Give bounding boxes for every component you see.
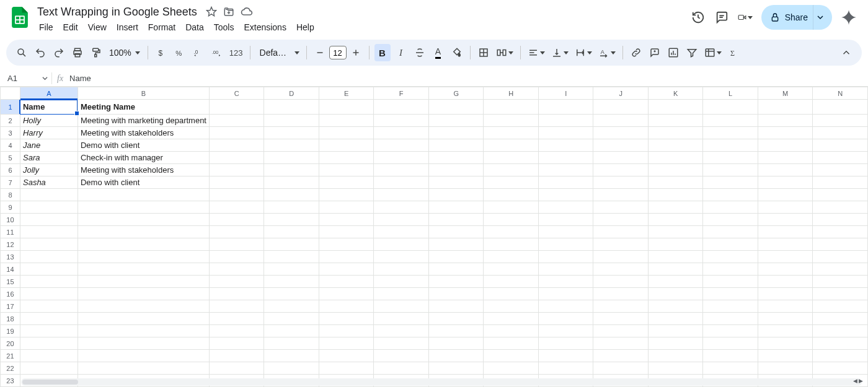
cell-G9[interactable]	[428, 201, 484, 214]
cell-B11[interactable]	[78, 226, 209, 238]
insert-chart-icon[interactable]	[665, 44, 681, 61]
cell-I12[interactable]	[538, 238, 593, 251]
cell-B20[interactable]	[78, 337, 209, 350]
cell-C22[interactable]	[209, 362, 264, 375]
cell-G5[interactable]	[428, 152, 484, 164]
cell-I17[interactable]	[538, 300, 593, 313]
vertical-align-button[interactable]	[549, 44, 570, 61]
cell-A17[interactable]	[20, 300, 78, 313]
cell-F14[interactable]	[374, 263, 428, 276]
italic-button[interactable]: I	[393, 44, 409, 61]
cell-K3[interactable]	[648, 127, 702, 139]
formula-value[interactable]: Name	[69, 74, 91, 83]
cell-J7[interactable]	[593, 176, 648, 189]
col-header-I[interactable]: I	[538, 87, 593, 100]
cell-K9[interactable]	[648, 201, 702, 214]
cell-C15[interactable]	[209, 276, 264, 288]
cell-A10[interactable]	[20, 214, 78, 226]
cell-I21[interactable]	[538, 350, 593, 362]
cell-I4[interactable]	[538, 139, 593, 152]
insert-comment-icon[interactable]	[647, 44, 663, 61]
cell-J20[interactable]	[593, 337, 648, 350]
cell-G11[interactable]	[428, 226, 484, 238]
cell-C20[interactable]	[209, 337, 264, 350]
cell-K12[interactable]	[648, 238, 702, 251]
cell-L14[interactable]	[703, 263, 758, 276]
cell-C19[interactable]	[209, 325, 264, 337]
text-wrap-button[interactable]	[573, 44, 594, 61]
cell-N20[interactable]	[813, 337, 868, 350]
cell-L8[interactable]	[703, 189, 758, 201]
search-menus-icon[interactable]	[14, 44, 30, 61]
cell-G6[interactable]	[428, 164, 484, 176]
cell-B7[interactable]: Demo with client	[78, 176, 209, 189]
cell-M5[interactable]	[758, 152, 813, 164]
cell-K22[interactable]	[648, 362, 702, 375]
cell-J9[interactable]	[593, 201, 648, 214]
cell-J6[interactable]	[593, 164, 648, 176]
cell-M2[interactable]	[758, 115, 813, 127]
cell-G16[interactable]	[428, 288, 484, 300]
cell-F10[interactable]	[374, 214, 428, 226]
cell-I19[interactable]	[538, 325, 593, 337]
cell-G13[interactable]	[428, 251, 484, 263]
format-percent-icon[interactable]: %	[172, 44, 188, 61]
cell-D21[interactable]	[264, 350, 319, 362]
cell-E20[interactable]	[319, 337, 373, 350]
cell-C8[interactable]	[209, 189, 264, 201]
cell-I18[interactable]	[538, 313, 593, 325]
col-header-H[interactable]: H	[484, 87, 538, 100]
menu-file[interactable]: File	[35, 20, 58, 35]
horizontal-align-button[interactable]	[526, 44, 547, 61]
cell-I11[interactable]	[538, 226, 593, 238]
redo-icon[interactable]	[51, 44, 67, 61]
row-header-8[interactable]: 8	[1, 189, 20, 201]
cell-G19[interactable]	[428, 325, 484, 337]
cell-H18[interactable]	[484, 313, 538, 325]
cell-B2[interactable]: Meeting with marketing department	[78, 115, 209, 127]
decrease-decimal-icon[interactable]: .0	[190, 44, 206, 61]
print-icon[interactable]	[69, 44, 86, 61]
borders-button[interactable]	[476, 44, 492, 61]
cell-H14[interactable]	[484, 263, 538, 276]
row-header-1[interactable]: 1	[1, 100, 20, 115]
cell-L7[interactable]	[703, 176, 758, 189]
cell-M19[interactable]	[758, 325, 813, 337]
cell-A2[interactable]: Holly	[20, 115, 78, 127]
format-currency-icon[interactable]: $	[153, 44, 169, 61]
cell-E5[interactable]	[319, 152, 373, 164]
cell-L10[interactable]	[703, 214, 758, 226]
font-size-input[interactable]	[329, 46, 347, 59]
menu-help[interactable]: Help	[292, 20, 319, 35]
cell-L3[interactable]	[703, 127, 758, 139]
functions-icon[interactable]: Σ	[726, 44, 742, 61]
cell-L18[interactable]	[703, 313, 758, 325]
cell-B5[interactable]: Check-in with manager	[78, 152, 209, 164]
insert-link-icon[interactable]	[628, 44, 644, 61]
cell-A16[interactable]	[20, 288, 78, 300]
row-header-3[interactable]: 3	[1, 127, 20, 139]
cell-J17[interactable]	[593, 300, 648, 313]
menu-tools[interactable]: Tools	[210, 20, 239, 35]
cell-C18[interactable]	[209, 313, 264, 325]
cell-E4[interactable]	[319, 139, 373, 152]
cell-E14[interactable]	[319, 263, 373, 276]
cell-L13[interactable]	[703, 251, 758, 263]
cell-D5[interactable]	[264, 152, 319, 164]
cell-D3[interactable]	[264, 127, 319, 139]
cell-J8[interactable]	[593, 189, 648, 201]
col-header-C[interactable]: C	[209, 87, 264, 100]
cell-L20[interactable]	[703, 337, 758, 350]
cell-M13[interactable]	[758, 251, 813, 263]
cell-D2[interactable]	[264, 115, 319, 127]
cell-M22[interactable]	[758, 362, 813, 375]
scrollbar-thumb[interactable]	[22, 380, 78, 385]
cell-H20[interactable]	[484, 337, 538, 350]
cell-N15[interactable]	[813, 276, 868, 288]
cell-K11[interactable]	[648, 226, 702, 238]
cell-N8[interactable]	[813, 189, 868, 201]
cell-B1[interactable]: Meeting Name	[78, 100, 209, 115]
cell-L15[interactable]	[703, 276, 758, 288]
paint-format-icon[interactable]	[88, 44, 104, 61]
cell-J18[interactable]	[593, 313, 648, 325]
